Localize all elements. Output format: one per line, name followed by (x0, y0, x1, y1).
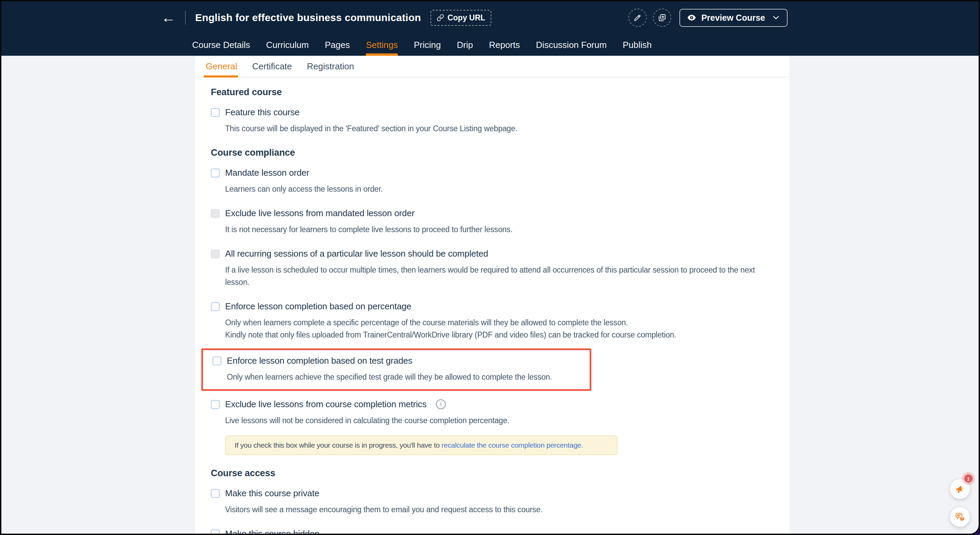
setting-description: This course will be displayed in the 'Fe… (225, 122, 776, 135)
checkbox-all-recurring-sessions (211, 249, 220, 258)
setting-description: Learners can only access the lessons in … (225, 183, 776, 195)
checkbox-make-course-private[interactable] (211, 489, 220, 498)
settings-subtabs: General Certificate Registration (195, 56, 789, 78)
copy-url-button[interactable]: Copy URL (431, 10, 492, 26)
link-icon (437, 14, 444, 21)
setting-item-exclude-live-lessons-mandated: Exclude live lessons from mandated lesso… (211, 208, 776, 235)
setting-label: Make this course hidden (225, 529, 319, 535)
setting-label: Mandate lesson order (225, 168, 309, 178)
recalculate-notice: If you check this box while your course … (225, 435, 617, 455)
section-heading-course-compliance: Course compliance (211, 148, 776, 158)
header-title-row: ← English for effective business communi… (2, 2, 978, 34)
checkbox-feature-this-course[interactable] (211, 108, 220, 117)
setting-item-make-course-hidden: Make this course hidden Courses set as h… (211, 529, 776, 535)
setting-item-enforce-completion-percentage: Enforce lesson completion based on perce… (211, 301, 776, 341)
duplicate-icon (658, 13, 667, 22)
notice-text: If you check this box while your course … (235, 441, 441, 449)
recalculate-link[interactable]: recalculate the course completion percen… (441, 441, 583, 449)
tab-pricing[interactable]: Pricing (414, 34, 441, 56)
checkbox-enforce-completion-test-grades[interactable] (213, 357, 221, 365)
setting-description: Live lessons will not be considered in c… (225, 414, 776, 427)
tab-pages[interactable]: Pages (325, 34, 350, 56)
setting-label: Enforce lesson completion based on perce… (225, 301, 411, 312)
setting-description: It is not necessary for learners to comp… (225, 223, 776, 235)
checkbox-exclude-live-lessons-mandated (211, 209, 220, 218)
back-button[interactable]: ← (161, 11, 175, 25)
setting-label: Enforce lesson completion based on test … (227, 356, 412, 366)
settings-panel: General Certificate Registration Feature… (195, 56, 789, 533)
course-title: English for effective business communica… (195, 12, 421, 24)
setting-description: Only when learners complete a specific p… (225, 316, 776, 329)
subtab-certificate[interactable]: Certificate (252, 56, 292, 77)
announcements-button[interactable]: 1 (950, 479, 970, 499)
header-divider (185, 11, 186, 24)
duplicate-course-button[interactable] (653, 8, 671, 27)
setting-item-exclude-live-lessons-metrics: Exclude live lessons from course complet… (211, 399, 776, 455)
setting-item-make-course-private: Make this course private Visitors will s… (211, 488, 776, 516)
help-chat-button[interactable]: ? (950, 507, 970, 527)
tab-drip[interactable]: Drip (457, 34, 473, 56)
preview-course-button[interactable]: Preview Course (679, 9, 788, 27)
setting-label: Feature this course (225, 107, 299, 117)
section-heading-featured-course: Featured course (211, 87, 776, 98)
setting-item-all-recurring-sessions: All recurring sessions of a particular l… (211, 248, 776, 288)
tab-publish[interactable]: Publish (623, 34, 652, 56)
chevron-down-icon (772, 14, 780, 22)
app-window: ← English for effective business communi… (0, 0, 980, 535)
setting-description: Visitors will see a message encouraging … (225, 503, 776, 516)
setting-description-note: Kindly note that only files uploaded fro… (225, 329, 776, 341)
checkbox-exclude-live-lessons-metrics[interactable] (211, 400, 220, 409)
copy-url-label: Copy URL (447, 13, 485, 22)
checkbox-enforce-completion-percentage[interactable] (211, 302, 220, 311)
checkbox-make-course-hidden[interactable] (211, 530, 220, 535)
main-nav-tabs: Course Details Curriculum Pages Settings… (2, 34, 978, 56)
subtab-general[interactable]: General (206, 56, 237, 77)
setting-label: Exclude live lessons from course complet… (225, 399, 426, 410)
setting-description: Only when learners achieve the specified… (227, 371, 583, 383)
preview-course-label: Preview Course (701, 13, 765, 23)
tab-course-details[interactable]: Course Details (192, 34, 250, 56)
section-heading-course-access: Course access (211, 468, 776, 479)
pencil-icon (633, 13, 642, 22)
setting-label: Exclude live lessons from mandated lesso… (225, 208, 415, 219)
setting-label: All recurring sessions of a particular l… (225, 248, 488, 259)
tab-discussion-forum[interactable]: Discussion Forum (536, 34, 607, 56)
tab-settings[interactable]: Settings (366, 34, 398, 56)
back-arrow-icon: ← (161, 11, 175, 25)
megaphone-icon (955, 484, 966, 495)
setting-item-enforce-completion-test-grades: Enforce lesson completion based on test … (213, 356, 583, 383)
settings-page: General Certificate Registration Feature… (2, 56, 978, 533)
setting-item-feature-this-course: Feature this course This course will be … (211, 107, 776, 135)
chat-help-icon: ? (954, 511, 966, 523)
info-icon[interactable]: i (436, 399, 446, 409)
top-header: ← English for effective business communi… (2, 2, 978, 56)
highlight-box-test-grades: Enforce lesson completion based on test … (201, 348, 591, 391)
settings-content: Featured course Feature this course This… (195, 78, 789, 535)
setting-label: Make this course private (225, 488, 319, 498)
setting-description: If a live lesson is scheduled to occur m… (225, 264, 776, 288)
edit-course-button[interactable] (628, 8, 647, 27)
eye-icon (687, 13, 697, 22)
tab-reports[interactable]: Reports (489, 34, 520, 56)
setting-item-mandate-lesson-order: Mandate lesson order Learners can only a… (211, 168, 776, 195)
svg-text:?: ? (961, 516, 963, 521)
subtab-registration[interactable]: Registration (307, 56, 354, 77)
checkbox-mandate-lesson-order[interactable] (211, 168, 220, 178)
tab-curriculum[interactable]: Curriculum (266, 34, 309, 56)
notification-badge: 1 (964, 475, 972, 483)
